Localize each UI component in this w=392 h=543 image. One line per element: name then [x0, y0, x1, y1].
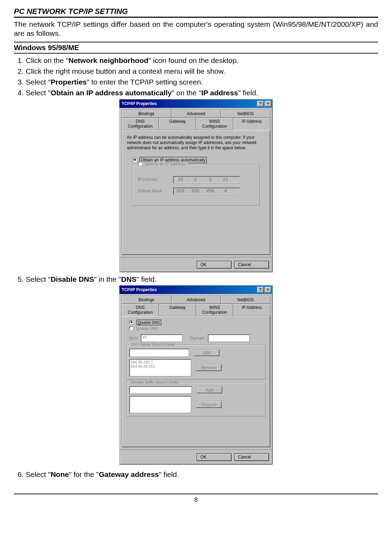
add-suffix-button[interactable]: Add [197, 386, 222, 393]
host-input[interactable]: xx [141, 334, 182, 342]
dns-ip-input[interactable]: ... [129, 349, 189, 357]
steps-list: Click on the "Network neighborhood" icon… [16, 56, 378, 98]
radio-enable-dns[interactable] [129, 326, 134, 331]
group-dns-search-order: DNS Server Search Order ... Add 168.95.1… [126, 345, 266, 380]
tcpip-dialog-dns: TCP/IP Properties ? × Bindings Advanced … [119, 285, 273, 465]
label-domain: Domain: [190, 336, 206, 341]
tabs-front-row: DNS Configuration Gateway WINS Configura… [122, 118, 270, 130]
step-3: Select "Properties" to enter the TCP/IP … [26, 77, 378, 87]
tab-ip-address-2[interactable]: IP Address [233, 304, 270, 316]
tabs-front-row-2: DNS Configuration Gateway WINS Configura… [122, 304, 270, 316]
tab-bindings[interactable]: Bindings [122, 110, 171, 118]
tab-bindings-2[interactable]: Bindings [122, 296, 171, 304]
ip-desc-text: An IP address can be automatically assig… [127, 135, 265, 151]
close-button-2[interactable]: × [264, 287, 271, 293]
group-domain-suffix: Domain Suffix Search Order Add Remove [126, 382, 266, 416]
step-1: Click on the "Network neighborhood" icon… [26, 56, 378, 65]
label-subnet-mask: Subnet Mask: [138, 189, 169, 193]
tab-panel-dns: DDisable DNSisable DNS Enable DNS Host: … [122, 316, 270, 447]
tabs-back-row-2: Bindings Advanced NetBIOS [122, 296, 270, 304]
tab-wins-2[interactable]: WINS Configuration [196, 304, 233, 316]
label-specify-ip: Specify an IP address: [145, 161, 186, 166]
remove-suffix-button[interactable]: Remove [196, 401, 222, 408]
label-disable-dns: DDisable DNSisable DNS [137, 320, 161, 325]
tab-advanced-2[interactable]: Advanced [171, 296, 221, 304]
sub-heading: Windows 95/98/ME [14, 42, 378, 54]
dialog-titlebar-2: TCP/IP Properties ? × [120, 286, 272, 294]
tab-netbios-2[interactable]: NetBIOS [221, 296, 270, 304]
step-5: Select "Disable DNS" in the "DNS" field. [26, 274, 378, 284]
dialog-titlebar: TCP/IP Properties ? × [120, 99, 272, 108]
suffix-listbox[interactable] [129, 396, 191, 413]
ok-button[interactable]: OK [197, 261, 231, 269]
legend-dns-search: DNS Server Search Order [129, 342, 177, 346]
tab-ip-address[interactable]: IP Address [233, 118, 270, 130]
label-host: Host: [129, 336, 139, 341]
steps-list-3: Select "None" for the "Gateway address" … [16, 470, 378, 479]
radio-disable-dns[interactable] [129, 320, 134, 325]
page-number: 8 [0, 494, 392, 511]
help-button-2[interactable]: ? [257, 287, 264, 293]
radio-specify-ip[interactable] [138, 161, 142, 166]
ok-button-2[interactable]: OK [197, 453, 231, 461]
ip-address-field[interactable]: 10. 1. 1. 11 [173, 176, 240, 183]
tab-gateway-2[interactable]: Gateway [159, 304, 196, 316]
tab-dns-config-2[interactable]: DNS Configuration [122, 304, 159, 316]
step-4: Select "Obtain an IP address automatical… [26, 88, 378, 97]
help-button[interactable]: ? [257, 101, 264, 107]
tab-advanced[interactable]: Advanced [171, 110, 221, 118]
tab-netbios[interactable]: NetBIOS [221, 110, 270, 118]
subnet-mask-field[interactable]: 255. 255. 255. 0 [173, 187, 240, 195]
suffix-input[interactable] [129, 386, 192, 394]
cancel-button-2[interactable]: Cancel [234, 453, 269, 461]
legend-suffix-search: Domain Suffix Search Order [129, 380, 180, 384]
label-enable-dns: Enable DNS [137, 326, 158, 330]
remove-dns-button[interactable]: Remove [196, 364, 222, 371]
section-title: PC NETWORK TCP/IP SETTING [14, 7, 378, 18]
tab-wins[interactable]: WINS Configuration [196, 118, 233, 130]
group-specify-ip: Specify an IP address: IP Address: 10. 1… [132, 165, 260, 206]
tab-gateway[interactable]: Gateway [159, 118, 196, 130]
tab-dns-config[interactable]: DNS Configuration [122, 118, 159, 130]
cancel-button[interactable]: Cancel [234, 261, 269, 269]
tabs-back-row: Bindings Advanced NetBIOS [122, 110, 270, 118]
steps-list-2: Select "Disable DNS" in the "DNS" field. [16, 274, 378, 284]
add-dns-button[interactable]: Add [194, 349, 220, 356]
label-ip-address: IP Address: [138, 177, 169, 182]
tab-panel-ip: An IP address can be automatically assig… [122, 130, 270, 255]
intro-text: The network TCP/IP settings differ based… [14, 20, 378, 38]
tcpip-dialog-ipaddress: TCP/IP Properties ? × Bindings Advanced … [119, 99, 273, 272]
step-6: Select "None" for the "Gateway address" … [26, 470, 378, 479]
domain-input[interactable] [208, 334, 250, 342]
dns-listbox[interactable]: 168.95.192.1 203.66.99.251 [129, 359, 191, 376]
dialog-title: TCP/IP Properties [122, 101, 157, 106]
dialog-title-2: TCP/IP Properties [122, 287, 157, 292]
step-2: Click the right mouse button and a conte… [26, 66, 378, 76]
close-button[interactable]: × [264, 101, 271, 107]
